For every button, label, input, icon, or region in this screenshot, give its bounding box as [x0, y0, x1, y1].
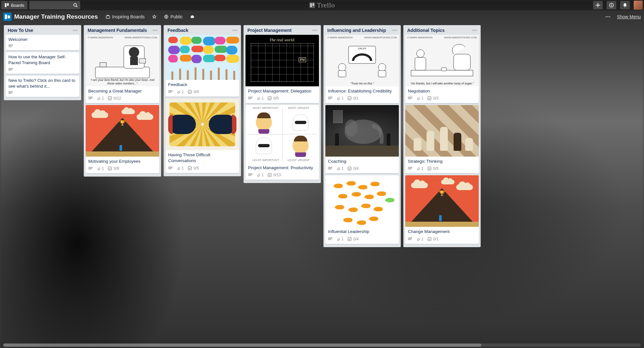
menu-more-button[interactable]	[603, 15, 612, 19]
card-cover: MOST IMPORTANTMOST URGENT LEAST IMPORTAN…	[245, 105, 319, 163]
svg-point-23	[155, 30, 156, 31]
card[interactable]: Welcome!	[6, 35, 79, 50]
list-menu-button[interactable]	[233, 30, 237, 31]
card[interactable]: 🏆 Change Management10/1	[405, 175, 479, 244]
svg-rect-29	[139, 59, 146, 63]
app-logo[interactable]: Trello	[309, 1, 335, 9]
info-button[interactable]	[607, 1, 616, 9]
list-title[interactable]: Project Management	[247, 28, 292, 33]
ellipsis-icon	[233, 30, 237, 31]
list: How To Use Welcome!How to use the Manage…	[4, 25, 81, 100]
svg-rect-55	[348, 167, 351, 170]
svg-rect-1	[7, 3, 9, 6]
card-badges: 10/1	[328, 96, 396, 101]
card[interactable]: How to use the Manager Self-Paced Traini…	[6, 52, 79, 73]
description-icon	[408, 97, 412, 100]
show-menu-link[interactable]: Show Menu	[617, 14, 641, 19]
card-cover: ✶	[166, 99, 239, 150]
ellipsis-icon	[472, 30, 477, 31]
bell-icon	[623, 3, 627, 7]
user-avatar[interactable]	[634, 1, 643, 10]
horizontal-scrollbar[interactable]	[3, 343, 641, 347]
checklist-badge: 0/4	[348, 166, 359, 171]
card[interactable]: New to Trello? Click on this card to see…	[6, 76, 79, 97]
list-title[interactable]: Influencing and Leadership	[327, 28, 386, 33]
list-menu-button[interactable]	[312, 30, 317, 31]
checklist-badge: 0/5	[268, 96, 279, 101]
description-icon	[8, 68, 13, 71]
card-badges: 10/9	[88, 166, 157, 171]
card-cover: 🏆	[405, 175, 479, 227]
svg-point-57	[473, 30, 474, 31]
description-icon	[328, 97, 332, 100]
attachments-badge: 1	[177, 166, 184, 170]
list: Feedback Feedback10/8 ✶ Having Those Dif…	[164, 25, 241, 176]
card[interactable]: © MARK ANDERSONWWW.ANDERTOONS.COM "No th…	[405, 35, 479, 103]
checklist-badge: 0/4	[348, 237, 359, 241]
description-icon	[328, 237, 332, 241]
list-menu-button[interactable]	[153, 30, 157, 31]
card[interactable]: Feedback10/8	[166, 35, 239, 97]
card-badges: 10/1	[408, 237, 476, 241]
list-menu-button[interactable]	[392, 30, 397, 31]
attachments-badge: 1	[97, 166, 104, 171]
calendar-button[interactable]	[188, 13, 197, 20]
svg-point-43	[393, 30, 394, 31]
visibility-button[interactable]: Public	[161, 13, 185, 21]
scrollbar-thumb[interactable]	[3, 343, 481, 347]
card[interactable]: Influential Leadership10/4	[325, 175, 399, 244]
card-title: Having Those Difficult Conversations	[168, 152, 236, 164]
card-title: Strategic Thinking	[408, 159, 476, 164]
card-title: Negotiation	[408, 88, 476, 94]
star-button[interactable]	[150, 13, 159, 20]
card-cover: © MARK ANDERSONWWW.ANDERTOONS.COM "No th…	[405, 35, 479, 86]
list-title[interactable]: Management Fundamentals	[88, 28, 147, 33]
svg-point-27	[129, 47, 139, 57]
svg-rect-11	[106, 16, 110, 18]
card-title: Welcome!	[8, 37, 77, 43]
board-org[interactable]: Inspiring Boards	[103, 13, 147, 21]
list-title[interactable]: How To Use	[8, 28, 33, 33]
svg-rect-60	[411, 70, 473, 76]
svg-rect-66	[428, 167, 431, 170]
svg-rect-56	[348, 237, 351, 241]
card-badges: 10/5	[248, 96, 316, 101]
card[interactable]: ✶ Having Those Difficult Conversations10…	[166, 99, 239, 173]
card[interactable]: MOST IMPORTANTMOST URGENT LEAST IMPORTAN…	[245, 105, 319, 180]
card[interactable]: Strategic Thinking10/5	[405, 105, 479, 173]
card[interactable]: The real world. PM Project Management: D…	[245, 35, 319, 103]
board-canvas[interactable]: How To Use Welcome!How to use the Manage…	[0, 23, 644, 343]
boards-button[interactable]: Boards	[1, 1, 27, 9]
attachments-badge: 1	[416, 96, 424, 101]
card[interactable]: 🏆 Motivating your Employees10/9	[86, 105, 159, 173]
list-menu-button[interactable]	[472, 30, 477, 31]
card-badges	[8, 91, 77, 94]
search-icon	[73, 3, 78, 7]
create-button[interactable]	[593, 1, 603, 9]
search-input[interactable]	[29, 1, 80, 9]
list-title[interactable]: Feedback	[168, 28, 188, 33]
card-title: Motivating your Employees	[88, 159, 157, 164]
description-icon	[88, 167, 93, 170]
list-menu-button[interactable]	[73, 30, 77, 31]
svg-point-22	[153, 30, 154, 31]
card[interactable]: © MARK ANDERSONWWW.ANDERTOONS.COM "I am …	[86, 35, 159, 103]
svg-rect-31	[108, 97, 111, 100]
description-icon	[248, 173, 253, 177]
checklist-badge: 0/13	[268, 173, 281, 177]
list: Additional Topics © MARK ANDERSONWWW.AND…	[403, 25, 481, 247]
svg-rect-52	[348, 97, 351, 100]
svg-rect-4	[309, 2, 315, 8]
list-title[interactable]: Additional Topics	[407, 28, 445, 33]
card[interactable]: © MARK ANDERSONWWW.ANDERTOONS.COM SALES …	[325, 35, 399, 103]
card-cover	[325, 175, 399, 227]
attachments-badge: 1	[336, 96, 344, 101]
svg-point-59	[476, 30, 477, 31]
svg-point-18	[609, 16, 610, 17]
star-icon	[152, 15, 157, 19]
card[interactable]: Coaching10/4	[325, 105, 399, 173]
notifications-button[interactable]	[620, 1, 630, 9]
board-name[interactable]: Manager Training Resources	[14, 13, 98, 20]
svg-rect-42	[268, 173, 271, 177]
card-badges	[8, 44, 77, 48]
